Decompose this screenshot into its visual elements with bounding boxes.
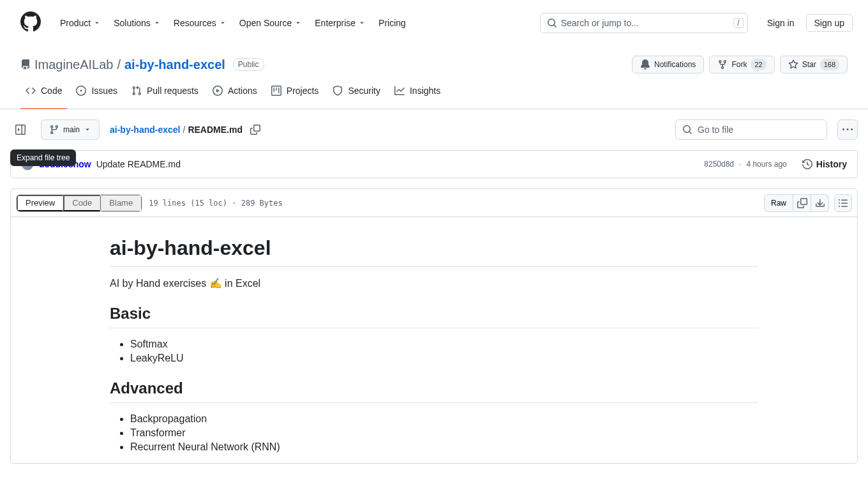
readme-h2-advanced: Advanced	[110, 379, 758, 403]
latest-commit: doubleshow Update README.md 8250d8d · 4 …	[10, 150, 858, 178]
search-input[interactable]: Search or jump to... /	[540, 13, 748, 33]
more-options-button[interactable]	[837, 119, 858, 140]
go-to-file-input[interactable]: Go to file	[675, 119, 827, 140]
download-icon	[815, 198, 825, 208]
nav-label: Enterprise	[315, 18, 355, 28]
tab-code[interactable]: Code	[20, 80, 67, 109]
file-toolbar: Preview Code Blame 19 lines (15 loc) · 2…	[11, 189, 857, 217]
commit-message[interactable]: Update README.md	[96, 159, 181, 169]
repo-name-link[interactable]: ai-by-hand-excel	[124, 57, 225, 72]
tab-projects[interactable]: Projects	[266, 80, 324, 109]
download-button[interactable]	[811, 194, 829, 212]
list-item: Backpropagation	[130, 413, 758, 425]
search-placeholder: Search or jump to...	[561, 18, 639, 28]
history-label: History	[816, 159, 847, 169]
repo-icon	[20, 59, 31, 70]
nav-enterprise[interactable]: Enterprise	[310, 13, 371, 33]
notifications-button[interactable]: Notifications	[632, 56, 704, 73]
search-icon	[682, 125, 692, 135]
nav-menu: Product Solutions Resources Open Source …	[55, 13, 411, 33]
nav-pricing[interactable]: Pricing	[373, 13, 411, 33]
tab-label: Pull requests	[147, 86, 198, 96]
breadcrumb-file: README.md	[188, 125, 243, 135]
nav-label: Solutions	[114, 18, 151, 28]
outline-button[interactable]	[834, 194, 852, 212]
file-box: Preview Code Blame 19 lines (15 loc) · 2…	[10, 188, 858, 464]
notifications-label: Notifications	[654, 60, 696, 69]
history-icon	[802, 159, 812, 169]
fork-count: 22	[751, 59, 766, 70]
commit-sha[interactable]: 8250d8d	[704, 160, 734, 169]
blame-tab[interactable]: Blame	[100, 195, 142, 211]
preview-tab[interactable]: Preview	[17, 195, 63, 211]
nav-resources[interactable]: Resources	[168, 13, 232, 33]
global-nav: Product Solutions Resources Open Source …	[0, 0, 868, 45]
history-button[interactable]: History	[802, 159, 847, 169]
github-logo[interactable]	[20, 11, 41, 34]
branch-name: main	[63, 125, 80, 134]
nav-label: Open Source	[239, 18, 292, 28]
fork-label: Fork	[731, 60, 747, 69]
readme-content: ai-by-hand-excel AI by Hand exercises ✍️…	[11, 217, 857, 453]
tab-label: Issues	[91, 86, 117, 96]
readme-tagline: AI by Hand exercises ✍️ in Excel	[110, 277, 758, 289]
file-stats: 19 lines (15 loc) · 289 Bytes	[149, 199, 283, 208]
search-icon	[547, 18, 557, 28]
star-icon	[788, 59, 798, 70]
branch-select[interactable]: main	[41, 119, 100, 140]
repo-header: ImagineAILab / ai-by-hand-excel Public N…	[0, 45, 868, 79]
list-item: Transformer	[130, 427, 758, 439]
kebab-icon	[842, 125, 853, 135]
nav-solutions[interactable]: Solutions	[108, 13, 166, 33]
chevron-down-icon	[84, 126, 91, 133]
advanced-list: Backpropagation Transformer Recurrent Ne…	[110, 413, 758, 453]
list-item: Recurrent Neural Network (RNN)	[130, 441, 758, 453]
tab-label: Code	[41, 86, 62, 96]
tab-actions[interactable]: Actions	[207, 80, 262, 109]
list-item: Softmax	[130, 339, 758, 350]
owner-link[interactable]: ImagineAILab	[34, 57, 113, 72]
tab-label: Projects	[287, 86, 319, 96]
nav-label: Resources	[174, 18, 216, 28]
file-nav: main ai-by-hand-excel / README.md Go to …	[0, 109, 868, 150]
sidebar-expand-icon	[15, 125, 26, 135]
sign-in-link[interactable]: Sign in	[762, 14, 800, 32]
list-item: LeakyReLU	[130, 353, 758, 364]
code-tab[interactable]: Code	[63, 195, 100, 211]
star-button[interactable]: Star 168	[780, 56, 848, 73]
tooltip: Expand file tree	[10, 149, 76, 166]
nav-label: Pricing	[378, 18, 406, 28]
view-mode-segment: Preview Code Blame	[16, 194, 142, 212]
tab-label: Insights	[410, 86, 440, 96]
nav-product[interactable]: Product	[55, 13, 106, 33]
tab-pull-requests[interactable]: Pull requests	[126, 80, 204, 109]
fork-button[interactable]: Fork 22	[709, 56, 774, 73]
star-count: 168	[820, 59, 839, 70]
copy-path-button[interactable]	[248, 122, 263, 137]
tab-label: Actions	[228, 86, 257, 96]
tab-insights[interactable]: Insights	[389, 80, 445, 109]
tab-issues[interactable]: Issues	[71, 80, 122, 109]
raw-button[interactable]: Raw	[764, 194, 793, 212]
breadcrumb: ai-by-hand-excel / README.md	[110, 122, 263, 137]
search-shortcut: /	[733, 18, 743, 28]
visibility-badge: Public	[233, 58, 264, 71]
basic-list: Softmax LeakyReLU	[110, 339, 758, 364]
commit-time: 4 hours ago	[746, 160, 786, 169]
fork-icon	[717, 59, 728, 70]
go-to-file-placeholder: Go to file	[698, 125, 733, 135]
copy-raw-button[interactable]	[793, 194, 811, 212]
tab-security[interactable]: Security	[327, 80, 385, 109]
tab-label: Security	[348, 86, 380, 96]
breadcrumb-repo[interactable]: ai-by-hand-excel	[110, 125, 180, 135]
list-icon	[838, 198, 848, 208]
bell-icon	[640, 59, 650, 70]
nav-open-source[interactable]: Open Source	[234, 13, 308, 33]
expand-tree-button[interactable]	[10, 119, 31, 140]
readme-h2-basic: Basic	[110, 305, 758, 328]
nav-label: Product	[60, 18, 91, 28]
readme-h1: ai-by-hand-excel	[110, 236, 758, 267]
sign-up-button[interactable]: Sign up	[806, 14, 853, 32]
star-label: Star	[802, 60, 816, 69]
branch-icon	[49, 125, 59, 135]
